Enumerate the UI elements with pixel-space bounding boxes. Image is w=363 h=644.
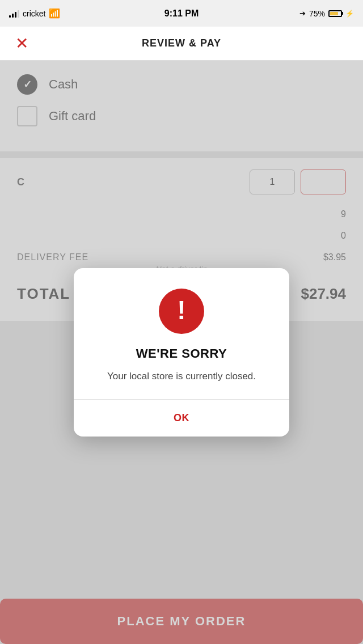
- location-icon: ➔: [299, 9, 306, 18]
- modal-error-icon: !: [159, 289, 204, 334]
- modal-message: Your local store is currently closed.: [107, 369, 256, 384]
- wifi-icon: 📶: [49, 8, 60, 19]
- battery-percent: 75%: [309, 9, 325, 18]
- main-content: Cash Gift card C 9 0 DELIVERY F: [0, 61, 363, 644]
- modal-footer: OK: [74, 400, 289, 437]
- signal-icon: [9, 10, 19, 18]
- status-right: ➔ 75% ⚡: [299, 9, 354, 18]
- time-display: 9:11 PM: [164, 9, 199, 19]
- modal-title: WE'RE SORRY: [136, 346, 227, 361]
- carrier-label: cricket: [23, 9, 45, 18]
- modal-body: ! WE'RE SORRY Your local store is curren…: [74, 268, 289, 400]
- top-nav: ✕ REVIEW & PAY: [0, 27, 363, 61]
- battery-icon: [328, 10, 342, 17]
- modal-ok-button[interactable]: OK: [151, 409, 212, 427]
- exclamation-mark: !: [177, 297, 185, 323]
- charging-icon: ⚡: [345, 10, 354, 18]
- status-left: cricket 📶: [9, 8, 60, 19]
- close-icon: ✕: [15, 36, 28, 52]
- page-title: REVIEW & PAY: [142, 37, 221, 49]
- status-bar: cricket 📶 9:11 PM ➔ 75% ⚡: [0, 0, 363, 27]
- modal-overlay: ! WE'RE SORRY Your local store is curren…: [0, 61, 363, 644]
- modal-dialog: ! WE'RE SORRY Your local store is curren…: [74, 268, 289, 437]
- close-button[interactable]: ✕: [11, 33, 32, 54]
